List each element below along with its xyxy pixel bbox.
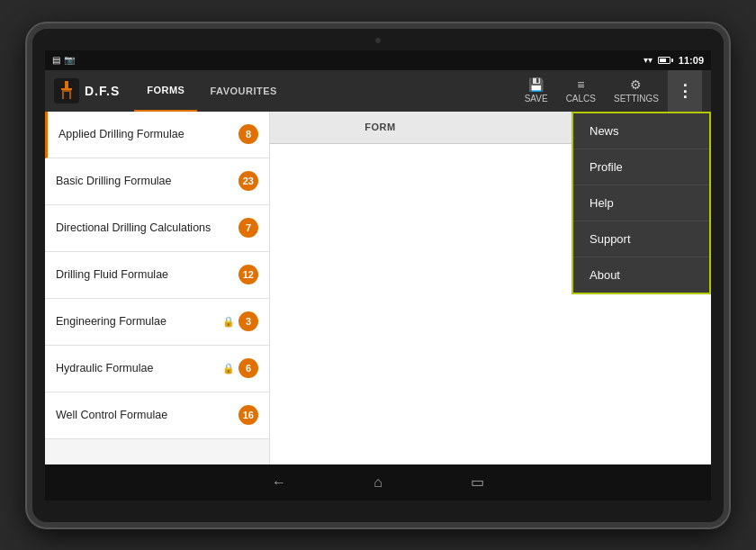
sidebar-item-right: 8 xyxy=(238,124,258,144)
wifi-icon: ▾▾ xyxy=(644,55,652,65)
save-button[interactable]: 💾 SAVE xyxy=(516,70,557,112)
bottom-nav: ← ⌂ ▭ xyxy=(45,464,711,500)
right-panel: FORM METHOD News Profile Help Support Ab… xyxy=(270,112,711,464)
badge: 3 xyxy=(238,311,258,331)
settings-icon: ⚙ xyxy=(630,77,642,92)
battery-icon xyxy=(658,57,673,64)
more-icon: ⋮ xyxy=(677,81,693,101)
badge: 12 xyxy=(238,265,258,284)
sidebar-item-label: Applied Drilling Formulae xyxy=(58,127,238,141)
status-bar-right: ▾▾ 11:09 xyxy=(644,55,704,66)
sidebar-item-label: Directional Drilling Calculations xyxy=(56,221,238,235)
sidebar-item-applied-drilling[interactable]: Applied Drilling Formulae 8 xyxy=(45,112,269,158)
sidebar-item-right: 🔒 3 xyxy=(222,311,258,331)
sidebar-item-right: 16 xyxy=(238,405,258,425)
sidebar-item-label: Well Control Formulae xyxy=(56,408,238,422)
sidebar-item-label: Basic Drilling Formulae xyxy=(56,174,238,188)
app-name: D.F.S xyxy=(85,84,120,98)
home-button[interactable]: ⌂ xyxy=(364,474,392,491)
sidebar-item-right: 23 xyxy=(238,171,258,191)
back-button[interactable]: ← xyxy=(266,474,292,491)
more-button[interactable]: ⋮ xyxy=(668,70,702,112)
recent-icon: ▭ xyxy=(471,474,484,490)
dropdown-profile[interactable]: Profile xyxy=(573,149,709,185)
dropdown-about[interactable]: About xyxy=(573,257,709,293)
nav-actions: 💾 SAVE ≡ CALCS ⚙ SETTINGS ⋮ xyxy=(516,70,702,112)
save-icon: 💾 xyxy=(528,77,544,92)
sidebar-item-label: Drilling Fluid Formulae xyxy=(56,267,238,282)
lock-icon: 🔒 xyxy=(222,363,235,374)
sidebar-item-right: 7 xyxy=(238,218,258,238)
tab-forms[interactable]: FORMS xyxy=(134,70,197,112)
back-icon: ← xyxy=(272,474,286,490)
sidebar-item-label: Engineering Formulae xyxy=(56,314,222,329)
badge: 23 xyxy=(238,171,258,191)
logo-area: D.F.S xyxy=(54,78,120,104)
badge: 6 xyxy=(238,358,258,378)
sidebar-item-right: 12 xyxy=(238,265,258,284)
sidebar-item-engineering[interactable]: Engineering Formulae 🔒 3 xyxy=(45,299,269,346)
dropdown-help[interactable]: Help xyxy=(573,185,709,221)
badge: 7 xyxy=(238,218,258,238)
main-content: Applied Drilling Formulae 8 Basic Drilli… xyxy=(45,112,711,464)
sidebar-item-drilling-fluid[interactable]: Drilling Fluid Formulae 12 xyxy=(45,252,269,299)
dropdown-support[interactable]: Support xyxy=(573,221,709,257)
status-bar-left: ▤ 📷 xyxy=(52,55,75,65)
lock-icon: 🔒 xyxy=(222,316,235,328)
tab-favourites[interactable]: FAVOURITES xyxy=(197,70,289,112)
sidebar-item-label: Hydraulic Formulae xyxy=(56,361,222,375)
svg-rect-1 xyxy=(61,88,72,90)
sidebar-item-basic-drilling[interactable]: Basic Drilling Formulae 23 xyxy=(45,158,269,205)
clock: 11:09 xyxy=(679,55,704,66)
sidebar-item-right: 🔒 6 xyxy=(222,358,258,378)
sidebar-item-directional-drilling[interactable]: Directional Drilling Calculations 7 xyxy=(45,205,269,252)
settings-button[interactable]: ⚙ SETTINGS xyxy=(605,70,668,112)
col-form: FORM xyxy=(270,122,490,132)
sidebar-item-well-control[interactable]: Well Control Formulae 16 xyxy=(45,392,269,439)
svg-rect-3 xyxy=(64,92,69,99)
calcs-label: CALCS xyxy=(566,94,596,104)
badge: 16 xyxy=(238,405,258,425)
settings-label: SETTINGS xyxy=(614,94,659,104)
status-bar: ▤ 📷 ▾▾ 11:09 xyxy=(45,50,711,70)
dropdown-menu: News Profile Help Support About xyxy=(572,112,711,294)
top-nav: D.F.S FORMS FAVOURITES 💾 SAVE ≡ CALCS ⚙ … xyxy=(45,70,711,112)
sidebar-item-hydraulic[interactable]: Hydraulic Formulae 🔒 6 xyxy=(45,346,269,392)
camera-dot xyxy=(375,38,381,43)
screenshot-icon: ▤ xyxy=(52,55,60,65)
save-label: SAVE xyxy=(525,94,548,104)
calcs-button[interactable]: ≡ CALCS xyxy=(557,70,605,112)
tablet-frame: ▤ 📷 ▾▾ 11:09 xyxy=(27,23,729,527)
dropdown-news[interactable]: News xyxy=(573,113,709,149)
sidebar: Applied Drilling Formulae 8 Basic Drilli… xyxy=(45,112,270,464)
badge: 8 xyxy=(238,124,258,144)
tablet-screen: ▤ 📷 ▾▾ 11:09 xyxy=(45,50,711,500)
notification-icon: 📷 xyxy=(64,55,75,65)
app-logo xyxy=(54,78,79,104)
calcs-icon: ≡ xyxy=(577,77,584,92)
recent-button[interactable]: ▭ xyxy=(464,473,490,491)
home-icon: ⌂ xyxy=(374,474,382,490)
